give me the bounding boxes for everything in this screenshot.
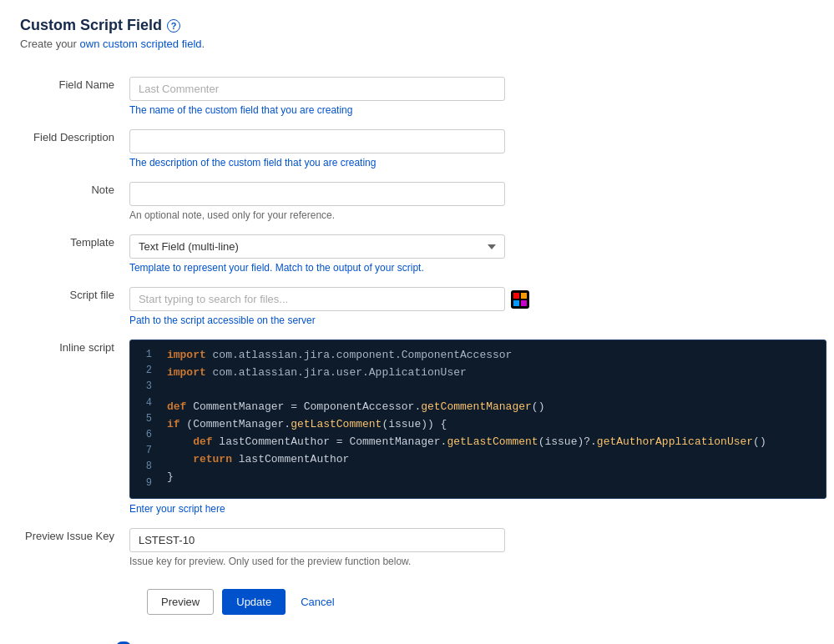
preview-issue-key-hint: Issue key for preview. Only used for the…: [129, 556, 826, 567]
line-num-1: 1: [139, 347, 152, 363]
script-file-input-row: [129, 287, 826, 311]
cancel-button[interactable]: Cancel: [294, 589, 341, 615]
template-row: Template Text Field (multi-line) Text Fi…: [20, 228, 831, 280]
code-editor[interactable]: 1 2 3 4 5 6 7 8 9 import com.atlassian.j…: [129, 340, 826, 499]
script-file-row: Script file Path to: [20, 280, 831, 333]
note-cell: An optional note, used only for your ref…: [119, 175, 831, 228]
inline-script-cell: 1 2 3 4 5 6 7 8 9 import com.atlassian.j…: [119, 333, 831, 521]
svg-rect-3: [513, 300, 519, 306]
tab-timing[interactable]: Timing: [143, 635, 199, 644]
script-file-label: Script file: [20, 280, 119, 333]
page-header: Custom Script Field ? Create your own cu…: [20, 17, 814, 50]
intellij-icon[interactable]: [510, 289, 530, 309]
update-button[interactable]: Update: [222, 589, 286, 615]
page-title: Custom Script Field ?: [20, 17, 814, 34]
field-name-row: Field Name The name of the custom field …: [20, 70, 831, 123]
form: Field Name The name of the custom field …: [20, 70, 831, 574]
line-num-8: 8: [139, 459, 152, 475]
subtitle-prefix: Create your: [20, 38, 80, 50]
script-file-cell: Path to the script accessible on the ser…: [119, 280, 831, 333]
field-name-label: Field Name: [20, 70, 119, 123]
line-num-6: 6: [139, 427, 152, 443]
line-num-4: 4: [139, 395, 152, 411]
template-label: Template: [20, 228, 119, 280]
line-num-3: 3: [139, 379, 152, 395]
tab-result[interactable]: Result: [20, 635, 77, 644]
line-num-2: 2: [139, 363, 152, 379]
tab-logs[interactable]: Logs 0: [77, 635, 143, 644]
note-row: Note An optional note, used only for you…: [20, 175, 831, 228]
help-icon[interactable]: ?: [167, 19, 180, 33]
preview-issue-key-label: Preview Issue Key: [20, 521, 119, 574]
page-subtitle: Create your own custom scripted field.: [20, 38, 814, 50]
buttons-row: Preview Update Cancel: [20, 589, 814, 615]
field-description-input[interactable]: [129, 129, 505, 153]
field-description-label: Field Description: [20, 123, 119, 175]
field-description-cell: The description of the custom field that…: [119, 123, 831, 175]
script-file-input[interactable]: [129, 287, 505, 311]
preview-button[interactable]: Preview: [147, 589, 214, 615]
svg-rect-4: [521, 300, 527, 306]
template-select[interactable]: Text Field (multi-line) Text Field (sing…: [129, 234, 505, 259]
line-num-5: 5: [139, 411, 152, 427]
note-input[interactable]: [129, 182, 505, 206]
field-name-hint: The name of the custom field that you ar…: [129, 104, 826, 116]
inline-script-row: Inline script 1 2 3 4 5 6 7 8 9: [20, 333, 831, 521]
subtitle-link[interactable]: own custom scripted field: [80, 38, 202, 50]
preview-issue-key-row: Preview Issue Key Issue key for preview.…: [20, 521, 831, 574]
line-num-9: 9: [139, 475, 152, 491]
template-hint: Template to represent your field. Match …: [129, 262, 826, 274]
svg-rect-2: [521, 293, 527, 299]
preview-issue-key-input[interactable]: [129, 528, 505, 552]
script-file-hint: Path to the script accessible on the ser…: [129, 314, 826, 326]
note-label: Note: [20, 175, 119, 228]
template-cell: Text Field (multi-line) Text Field (sing…: [119, 228, 831, 280]
line-numbers: 1 2 3 4 5 6 7 8 9: [130, 347, 160, 491]
code-editor-inner: 1 2 3 4 5 6 7 8 9 import com.atlassian.j…: [130, 340, 826, 498]
tabs-bar: Result Logs 0 Timing: [20, 635, 814, 644]
field-description-hint: The description of the custom field that…: [129, 157, 826, 169]
field-description-row: Field Description The description of the…: [20, 123, 831, 175]
code-lines: import com.atlassian.jira.component.Comp…: [160, 347, 826, 491]
svg-rect-1: [513, 293, 519, 299]
inline-script-hint: Enter your script here: [129, 503, 826, 515]
preview-issue-key-cell: Issue key for preview. Only used for the…: [119, 521, 831, 574]
field-name-input[interactable]: [129, 77, 505, 101]
subtitle-suffix: .: [202, 38, 205, 50]
title-text: Custom Script Field: [20, 17, 162, 34]
line-num-7: 7: [139, 443, 152, 459]
field-name-cell: The name of the custom field that you ar…: [119, 70, 831, 123]
note-hint: An optional note, used only for your ref…: [129, 209, 826, 221]
inline-script-label: Inline script: [20, 333, 119, 521]
